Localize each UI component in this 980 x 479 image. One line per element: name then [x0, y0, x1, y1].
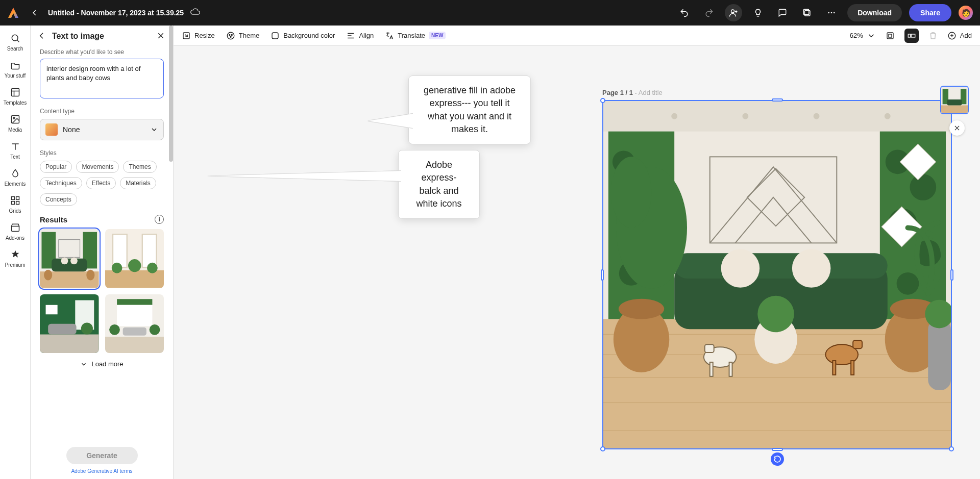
invite-icon[interactable]: [725, 4, 742, 21]
rail-label: Premium: [5, 262, 25, 268]
tool-label: Background color: [283, 32, 335, 39]
chevron-down-icon: [80, 361, 87, 368]
load-more-label: Load more: [91, 360, 123, 368]
svg-rect-37: [48, 323, 76, 334]
cloud-sync-icon: [190, 7, 200, 19]
present-icon[interactable]: [798, 4, 816, 21]
zoom-level[interactable]: 62%: [850, 31, 876, 40]
page-title-placeholder: Add title: [639, 89, 663, 96]
prompt-input[interactable]: interior design room with a lot of plant…: [40, 59, 164, 98]
rail-templates[interactable]: Templates: [0, 87, 31, 106]
chip-popular[interactable]: Popular: [40, 161, 72, 173]
share-button[interactable]: Share: [909, 4, 951, 21]
style-chips: Popular Movements Themes Techniques Effe…: [40, 161, 164, 206]
resize-edge-bottom[interactable]: [772, 448, 783, 451]
tool-label: Translate: [398, 32, 425, 39]
content-type-value: None: [63, 125, 145, 134]
chip-materials[interactable]: Materials: [120, 177, 156, 189]
svg-rect-64: [603, 101, 951, 132]
rail-grids[interactable]: Grids: [0, 195, 31, 214]
panel-back-button[interactable]: [38, 32, 47, 41]
rail-media[interactable]: Media: [0, 114, 31, 133]
svg-point-32: [147, 263, 158, 273]
callout-text: generative fill in adobe express--- you …: [424, 85, 516, 134]
result-thumb-3[interactable]: [40, 294, 99, 354]
result-thumb-1[interactable]: [40, 229, 99, 288]
chevron-down-icon: [867, 31, 876, 40]
rail-elements[interactable]: Elements: [0, 168, 31, 187]
comment-icon[interactable]: [774, 4, 791, 21]
rail-label: Search: [7, 46, 23, 52]
delete-icon: [926, 29, 940, 43]
redo-icon[interactable]: [700, 4, 718, 21]
svg-point-31: [128, 259, 141, 272]
svg-rect-54: [908, 34, 911, 37]
tool-translate[interactable]: TranslateNEW: [385, 31, 446, 40]
rail-premium[interactable]: Premium: [0, 249, 31, 268]
document-title[interactable]: Untitled - November 17, 2023 at 15.39.25: [48, 9, 184, 17]
svg-point-50: [230, 36, 231, 37]
svg-point-94: [757, 296, 794, 333]
chip-themes[interactable]: Themes: [123, 161, 156, 173]
rail-your-stuff[interactable]: Your stuff: [0, 60, 31, 79]
resize-handle-bl[interactable]: [600, 446, 605, 451]
svg-rect-25: [105, 270, 164, 288]
load-more-button[interactable]: Load more: [40, 360, 164, 368]
add-button[interactable]: Add: [947, 31, 972, 40]
canvas-stage[interactable]: Resize Theme Background color Align Tran…: [174, 26, 980, 479]
rail-text[interactable]: Text: [0, 141, 31, 160]
svg-point-106: [611, 157, 652, 228]
chip-concepts[interactable]: Concepts: [40, 193, 77, 206]
svg-point-68: [885, 113, 891, 119]
resize-handle-tl[interactable]: [600, 98, 605, 103]
rail-label: Add-ons: [6, 235, 24, 241]
revert-button[interactable]: [771, 452, 784, 466]
rail-search[interactable]: Search: [0, 33, 31, 52]
more-icon[interactable]: [823, 4, 840, 21]
chip-techniques[interactable]: Techniques: [40, 177, 82, 189]
resize-handle-br[interactable]: [949, 446, 954, 451]
styles-label: Styles: [40, 149, 164, 157]
svg-rect-42: [117, 305, 152, 326]
user-avatar[interactable]: 🧑: [959, 6, 973, 20]
results-info-icon[interactable]: i: [155, 215, 164, 224]
svg-rect-36: [46, 305, 58, 314]
ai-terms-link[interactable]: Adobe Generative AI terms: [40, 468, 164, 474]
page-thumbnail[interactable]: [940, 86, 969, 114]
chip-movements[interactable]: Movements: [76, 161, 119, 173]
selected-canvas[interactable]: [602, 100, 952, 449]
chip-effects[interactable]: Effects: [86, 177, 116, 189]
resize-edge-top[interactable]: [772, 98, 783, 102]
download-button[interactable]: Download: [847, 4, 902, 21]
svg-rect-12: [11, 201, 14, 205]
svg-point-21: [70, 257, 78, 264]
lightbulb-icon[interactable]: [749, 4, 767, 21]
close-thumbnails-button[interactable]: [949, 120, 965, 136]
resize-edge-right[interactable]: [950, 269, 953, 281]
resize-edge-left[interactable]: [601, 269, 604, 281]
back-button[interactable]: [29, 7, 41, 19]
tool-theme[interactable]: Theme: [226, 31, 259, 40]
tool-resize[interactable]: Resize: [182, 31, 215, 40]
svg-rect-7: [11, 89, 19, 96]
result-thumb-4[interactable]: [105, 294, 164, 354]
svg-rect-100: [705, 344, 714, 352]
undo-icon[interactable]: [676, 4, 693, 21]
panel-close-button[interactable]: [157, 32, 166, 41]
zoom-value: 62%: [850, 32, 863, 39]
svg-point-22: [44, 270, 52, 281]
tool-align[interactable]: Align: [346, 31, 374, 40]
svg-rect-53: [889, 34, 892, 37]
page-view-icon[interactable]: [883, 29, 897, 43]
premium-icon: [10, 249, 21, 260]
content-type-select[interactable]: None: [40, 119, 164, 140]
text-icon: [10, 141, 21, 152]
page-indicator[interactable]: Page 1 / 1 - Add title: [602, 89, 663, 96]
result-thumb-2[interactable]: [105, 229, 164, 288]
timeline-icon[interactable]: [904, 29, 919, 43]
rail-label: Text: [10, 154, 19, 160]
svg-rect-13: [16, 201, 19, 205]
rail-addons[interactable]: Add-ons: [0, 222, 31, 241]
new-badge: NEW: [429, 32, 446, 39]
tool-bgcolor[interactable]: Background color: [271, 31, 335, 40]
